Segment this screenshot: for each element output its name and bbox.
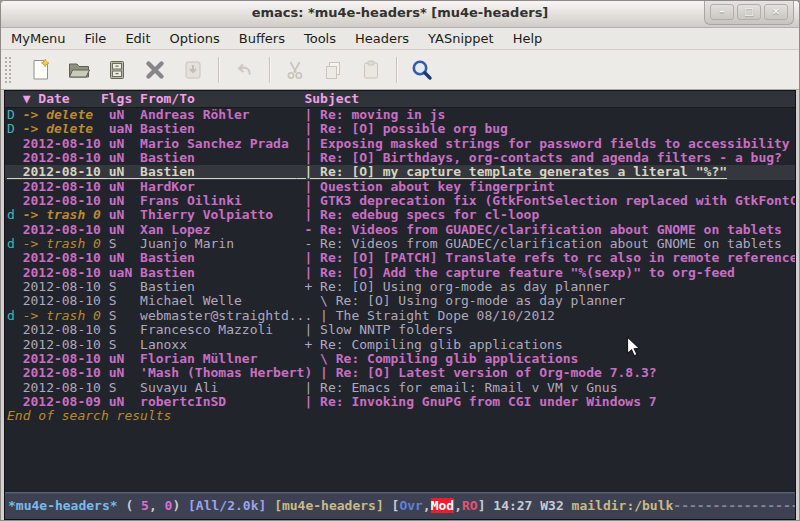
toolbar-separator [396, 57, 397, 83]
message-row[interactable]: 2012-08-10 uN Xan Lopez - Re: Videos fro… [5, 223, 795, 237]
message-row[interactable]: 2012-08-10 S Francesco Mazzoli | Slow NN… [5, 323, 795, 337]
modeline-segment-count: [All/2.0k] [188, 498, 266, 513]
modeline-segment-ro: RO [462, 498, 478, 513]
modeline-segment-num: 5 [141, 498, 149, 513]
toolbar-separator [269, 57, 270, 83]
save-cabinet-icon[interactable] [104, 57, 130, 83]
message-row[interactable]: 2012-08-10 uN Bastien | Re: [O] [PATCH] … [5, 251, 795, 265]
toolbar-grip[interactable] [4, 56, 12, 84]
modeline-segment-plain: , [423, 498, 431, 513]
copy-icon [320, 57, 346, 83]
menu-item-options[interactable]: Options [170, 31, 220, 46]
message-row[interactable]: 2012-08-10 S Lanoxx + Re: Compiling glib… [5, 338, 795, 352]
menu-item-edit[interactable]: Edit [125, 31, 150, 46]
menu-item-tools[interactable]: Tools [304, 31, 336, 46]
modeline-segment-plain [266, 498, 274, 513]
modeline-segment-plain: ] [478, 498, 494, 513]
modeline-segment-plain: , [454, 498, 462, 513]
modeline-segment-plain: , [149, 498, 165, 513]
row-list: D -> delete uN Andreas Röhler | Re: movi… [5, 108, 795, 409]
message-row[interactable]: d -> trash 0 S webmaster@straightd... | … [5, 309, 795, 323]
message-row[interactable]: 2012-08-10 uN Bastien | Re: [O] Birthday… [5, 151, 795, 165]
message-row[interactable]: 2012-08-10 uN Florian Müllner \ Re: Comp… [5, 352, 795, 366]
toolbar-separator [218, 57, 219, 83]
emacs-window: emacs: *mu4e-headers* [mu4e-headers] – □… [0, 0, 800, 521]
open-folder-icon[interactable] [66, 57, 92, 83]
message-row[interactable]: 2012-08-10 S Bastien + Re: [O] Using org… [5, 280, 795, 294]
message-row[interactable]: d -> trash 0 S Juanjo Marin - Re: Videos… [5, 237, 795, 251]
message-row[interactable]: 2012-08-10 uN Bastien | Re: [O] my captu… [5, 165, 795, 179]
message-row[interactable]: 2012-08-10 S Suvayu Ali | Re: Emacs for … [5, 381, 795, 395]
maximize-button[interactable]: □ [737, 4, 761, 20]
message-row[interactable]: 2012-08-10 S Michael Welle \ Re: [O] Usi… [5, 294, 795, 308]
mode-line[interactable]: *mu4e-headers* ( 5, 0) [All/2.0k] [mu4e-… [5, 492, 795, 519]
modeline-segment-plain: [ [384, 498, 400, 513]
message-row[interactable]: 2012-08-10 uN 'Mash (Thomas Herbert) | R… [5, 366, 795, 380]
tool-bar [1, 50, 799, 90]
menu-item-yasnippet[interactable]: YASnippet [428, 31, 494, 46]
modeline-segment-plain: ( [118, 498, 141, 513]
cut-icon [282, 57, 308, 83]
undo-icon [231, 57, 257, 83]
menu-item-headers[interactable]: Headers [355, 31, 409, 46]
modeline-segment-buffer: *mu4e-headers* [8, 498, 118, 513]
window-controls: – □ ✕ [704, 1, 794, 25]
message-row[interactable]: 2012-08-10 uaN Bastien | Re: [O] Add the… [5, 266, 795, 280]
modeline-segment-dashes: -------------------------------- [673, 498, 795, 513]
message-row[interactable]: 2012-08-10 uN HardKor | Question about k… [5, 180, 795, 194]
save-as-icon [180, 57, 206, 83]
title-bar[interactable]: emacs: *mu4e-headers* [mu4e-headers] – □… [1, 1, 799, 28]
column-headers: ▼ Date Flgs From/To Subject [5, 91, 795, 108]
close-button[interactable]: ✕ [764, 4, 788, 20]
modeline-segment-plain: ) [172, 498, 188, 513]
message-row[interactable]: D -> delete uaN Bastien | Re: [O] possib… [5, 122, 795, 136]
modeline-segment-modflag: Mod [431, 498, 454, 513]
end-of-results-text: End of search results [5, 409, 795, 423]
modeline-segment-plain: 14:27 W32 [493, 498, 571, 513]
message-row[interactable]: 2012-08-10 uN Frans Oilinki | GTK3 depre… [5, 194, 795, 208]
close-buffer-icon[interactable] [142, 57, 168, 83]
new-file-icon[interactable] [28, 57, 54, 83]
window-title: emacs: *mu4e-headers* [mu4e-headers] [1, 5, 799, 20]
menu-item-file[interactable]: File [85, 31, 107, 46]
modeline-segment-dir: maildir:/bulk [572, 498, 674, 513]
modeline-segment-mode: [mu4e-headers] [274, 498, 384, 513]
message-row[interactable]: D -> delete uN Andreas Röhler | Re: movi… [5, 108, 795, 122]
message-row[interactable]: 2012-08-09 uN robertcInSD | Re: Invoking… [5, 395, 795, 409]
search-icon[interactable] [409, 57, 435, 83]
mu4e-headers-buffer: ▼ Date Flgs From/To Subject D -> delete … [4, 90, 796, 520]
message-row[interactable]: 2012-08-10 uN Mario Sanchez Prada | Expo… [5, 137, 795, 151]
menu-item-help[interactable]: Help [513, 31, 543, 46]
paste-icon [358, 57, 384, 83]
minimize-button[interactable]: – [710, 4, 734, 20]
menu-bar: MyMenuFileEditOptionsBuffersToolsHeaders… [1, 28, 799, 50]
message-row[interactable]: d -> trash 0 uN Thierry Volpiatto | Re: … [5, 208, 795, 222]
message-list: D -> delete uN Andreas Röhler | Re: movi… [5, 108, 795, 492]
menu-item-mymenu[interactable]: MyMenu [11, 31, 66, 46]
menu-item-buffers[interactable]: Buffers [239, 31, 285, 46]
modeline-segment-ovr: Ovr [399, 498, 422, 513]
